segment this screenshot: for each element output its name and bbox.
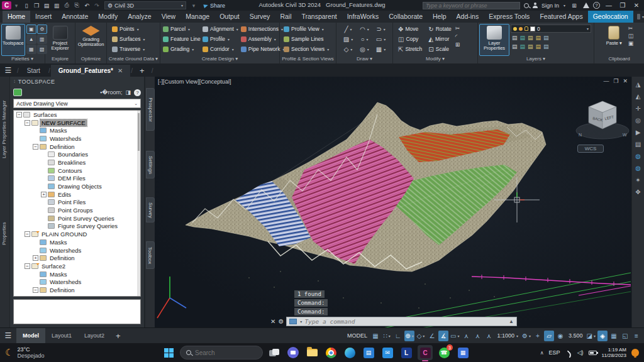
edge-icon[interactable] bbox=[342, 345, 357, 360]
tree-item-plain-ground[interactable]: −PLAIN GROUND bbox=[14, 230, 140, 238]
layer-properties-button[interactable]: Layer Properties bbox=[479, 24, 509, 56]
notification-bell-icon[interactable] bbox=[631, 349, 639, 356]
markup-import-icon[interactable]: ✶ bbox=[635, 177, 640, 184]
expand-plus-icon[interactable]: + bbox=[41, 192, 47, 197]
line-icon[interactable]: ╱▾ bbox=[340, 24, 357, 34]
tree-item-contours[interactable]: Contours bbox=[14, 167, 140, 175]
mirror-button[interactable]: ◭Mirror bbox=[427, 34, 452, 44]
file-explorer-icon[interactable] bbox=[304, 345, 319, 360]
layer-match-icon[interactable]: ▤ bbox=[543, 35, 549, 41]
osnap-tracking-icon[interactable]: ∠ bbox=[427, 331, 437, 341]
tree-item-definition[interactable]: −Definition bbox=[14, 143, 140, 151]
region-icon[interactable]: ▦▾ bbox=[373, 44, 389, 54]
rotate-button[interactable]: ↻Rotate bbox=[427, 24, 452, 34]
tree-item-masks[interactable]: Masks bbox=[14, 238, 140, 246]
traverse-caret-icon[interactable]: ▾ bbox=[143, 47, 145, 52]
toolspace-titlebar[interactable]: ⁞ TOOLSPACE bbox=[10, 77, 144, 86]
viewport-controls-label[interactable]: [-][Custom View][Conceptual] bbox=[158, 79, 231, 85]
ribbon-tab-output[interactable]: Output bbox=[214, 11, 245, 23]
panel-label-explore[interactable]: Explore bbox=[45, 56, 75, 63]
project-explorer-button[interactable]: Project Explorer bbox=[47, 24, 74, 56]
graphics-performance-icon[interactable]: ◉ bbox=[555, 331, 565, 341]
new-icon[interactable]: ▯ bbox=[22, 3, 31, 9]
panel-label-modify[interactable]: Modify ▾ bbox=[393, 56, 477, 63]
qat-customize-icon[interactable]: ▾ bbox=[189, 3, 198, 9]
annotation-autoscale-icon[interactable]: ⋏ bbox=[472, 331, 482, 341]
move-button[interactable]: ✥Move bbox=[397, 24, 423, 34]
new-drawing-tab-button[interactable]: + bbox=[133, 65, 151, 77]
app-store-cart-icon[interactable]: ⊞ bbox=[570, 3, 579, 9]
array-icon[interactable]: ⊞ bbox=[455, 41, 460, 48]
tree-item-surface2[interactable]: −Surface2 bbox=[14, 262, 140, 270]
layer-lock-icon[interactable]: ▤ bbox=[536, 35, 541, 41]
chat-icon[interactable] bbox=[286, 345, 301, 360]
vp-minimize-icon[interactable]: — bbox=[603, 78, 609, 84]
annotation-scale-control[interactable]: 1:1000▾ bbox=[495, 332, 520, 339]
grading-button[interactable]: Grading▾ bbox=[162, 44, 201, 54]
points-button[interactable]: Points▾ bbox=[111, 24, 147, 34]
dynamic-input-icon[interactable]: ∡ bbox=[438, 331, 448, 341]
properties-palette-icon[interactable]: ▣ bbox=[26, 25, 36, 34]
ribbon-tab-survey[interactable]: Survey bbox=[245, 11, 275, 23]
sign-in-caret-icon[interactable]: ▾ bbox=[564, 3, 565, 8]
file-tab-menu-icon[interactable]: ☰ bbox=[0, 66, 16, 77]
feature-line-button[interactable]: Feature Line▾ bbox=[162, 34, 201, 44]
section-views-caret-icon[interactable]: ▾ bbox=[327, 47, 329, 52]
grid-display-icon[interactable]: ▦ bbox=[370, 331, 380, 341]
active-drawing-icon[interactable] bbox=[13, 89, 22, 96]
geolocation-globe-icon[interactable]: ◍ bbox=[635, 165, 641, 172]
ribbon-tab-add-ins[interactable]: Add-ins bbox=[452, 11, 484, 23]
layer-combo-caret-icon[interactable]: ▾ bbox=[587, 26, 589, 31]
ribbon-tab-modify[interactable]: Modify bbox=[93, 11, 123, 23]
file-tab-close-icon[interactable]: ✕ bbox=[118, 67, 123, 74]
ribbon-tab-express-tools[interactable]: Express Tools bbox=[484, 11, 535, 23]
expand-minus-icon[interactable]: − bbox=[25, 263, 30, 269]
expand-minus-icon[interactable]: − bbox=[25, 120, 30, 126]
surfaces-button[interactable]: Surfaces▾ bbox=[111, 34, 147, 44]
task-view-icon[interactable] bbox=[267, 345, 282, 360]
panel-label-profile-section-views[interactable]: Profile & Section Views bbox=[280, 56, 336, 63]
bulb-icon[interactable] bbox=[513, 27, 517, 31]
tag-icon[interactable]: ◈ bbox=[597, 331, 608, 341]
hatch-icon[interactable]: ▨▾ bbox=[340, 34, 357, 44]
zoom-icon[interactable]: ✛ bbox=[635, 106, 640, 112]
points-caret-icon[interactable]: ▾ bbox=[137, 27, 139, 31]
orbit-icon[interactable]: ◎ bbox=[635, 118, 641, 124]
ribbon-tab-view[interactable]: View bbox=[157, 11, 181, 23]
tree-item-figure-survey-queries[interactable]: Figure Survey Queries bbox=[14, 222, 140, 231]
annotation-scale-list-icon[interactable]: ⋏ bbox=[484, 331, 494, 341]
calculator-icon[interactable]: ▦ bbox=[455, 345, 470, 360]
whatsapp-icon[interactable]: ☎3 bbox=[436, 345, 452, 360]
fillet-icon[interactable]: ◜ bbox=[455, 33, 460, 40]
panel-label-optimize[interactable]: Optimize bbox=[75, 56, 106, 63]
l-app-icon[interactable]: L bbox=[399, 345, 414, 360]
expand-minus-icon[interactable]: − bbox=[25, 231, 30, 237]
search-icon[interactable] bbox=[524, 3, 529, 8]
corridor-caret-icon[interactable]: ▾ bbox=[232, 47, 234, 52]
move-gizmo-icon[interactable]: ✥ bbox=[635, 189, 640, 195]
trim-icon[interactable]: ✂ bbox=[455, 25, 460, 31]
grading-optimization-button[interactable]: Grading Optimization bbox=[77, 24, 106, 56]
layer-off-icon[interactable]: ▤ bbox=[512, 35, 518, 41]
side-tab-toolbox[interactable]: Toolbox bbox=[146, 241, 155, 269]
copy-button[interactable]: ◫Copy bbox=[397, 34, 423, 44]
ribbon-tab-infraworks[interactable]: InfraWorks bbox=[342, 11, 384, 23]
paste-button[interactable]: Paste ▾ bbox=[605, 24, 623, 56]
tree-item-masks[interactable]: Masks bbox=[14, 270, 140, 278]
chrome-icon[interactable] bbox=[323, 345, 338, 360]
command-input[interactable] bbox=[304, 318, 506, 325]
battery-icon[interactable] bbox=[589, 351, 597, 355]
side-tab-survey[interactable]: Survey bbox=[146, 197, 155, 222]
section-views-button[interactable]: Section Views▾ bbox=[282, 44, 330, 54]
panel-label-layers[interactable]: Layers ▾ bbox=[478, 56, 594, 63]
open-icon[interactable]: ❒ bbox=[32, 3, 41, 9]
ribbon-tab-geolocation[interactable]: Geolocation bbox=[588, 11, 633, 23]
tree-scrollbar[interactable] bbox=[137, 111, 140, 296]
expand-plus-icon[interactable]: + bbox=[33, 255, 38, 261]
corridor-button[interactable]: Corridor▾ bbox=[201, 44, 240, 54]
toolspace-button[interactable]: Toolspace bbox=[1, 24, 25, 56]
drawing-viewport[interactable]: BACK LEFT N W [-][Custom View][Conceptua… bbox=[155, 77, 631, 327]
surfaces-caret-icon[interactable]: ▾ bbox=[143, 37, 145, 41]
panorama-toggle-icon[interactable]: ◨ bbox=[125, 89, 131, 96]
tree-item-watersheds[interactable]: Watersheds bbox=[14, 278, 140, 286]
